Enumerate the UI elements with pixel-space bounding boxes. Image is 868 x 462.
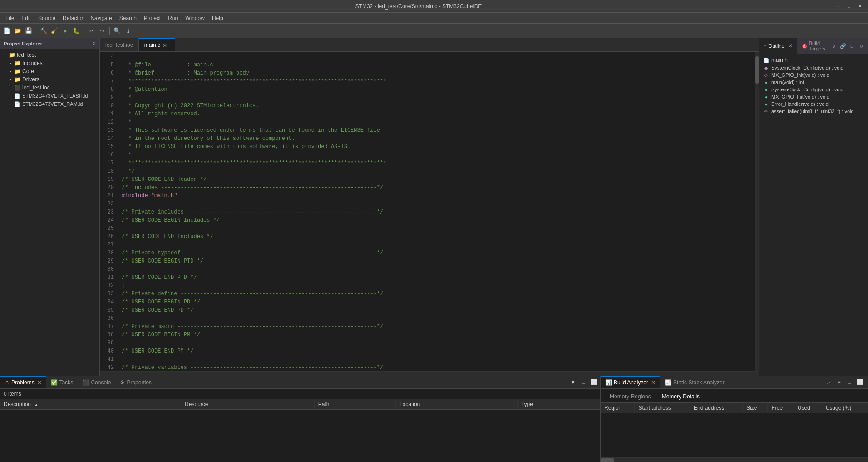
- col-resource[interactable]: Resource: [181, 399, 315, 410]
- ba-label: Build Analyzer: [614, 379, 648, 386]
- ba-maximize-btn[interactable]: ⬜: [855, 378, 864, 387]
- ba-col-start[interactable]: Start address: [635, 403, 690, 413]
- toolbar-build[interactable]: 🔨: [39, 26, 49, 36]
- filter-btn[interactable]: ▼: [568, 378, 577, 387]
- outline-close-btn[interactable]: ✕: [788, 43, 793, 49]
- minimize-button[interactable]: ─: [833, 2, 843, 11]
- menu-file[interactable]: File: [2, 14, 18, 22]
- tab-console[interactable]: ⬛ Console: [78, 376, 115, 388]
- ba-col-free[interactable]: Free: [768, 403, 794, 413]
- ba-col-usage[interactable]: Usage (%): [822, 403, 868, 413]
- toolbar-search-icon[interactable]: 🔍: [112, 26, 122, 36]
- problems-tab-bar: ⚠ Problems ✕ ✅ Tasks ⬛ Console ⚙ Propert…: [0, 376, 600, 389]
- tree-item-flash-ld[interactable]: 📄 STM32G473VETX_FLASH.ld: [0, 92, 99, 100]
- tab-led-test-ioc[interactable]: led_test.ioc: [100, 38, 139, 51]
- menu-navigate[interactable]: Navigate: [87, 14, 115, 22]
- console-label: Console: [91, 379, 111, 386]
- func-icon-2: ●: [763, 87, 769, 92]
- outline-item-systemclock-func[interactable]: ● SystemClock_Config(void) : void: [760, 86, 868, 93]
- pe-minimize-button[interactable]: □: [88, 40, 91, 47]
- tab-static-stack[interactable]: 📈 Static Stack Analyzer: [660, 376, 729, 388]
- outline-item-label: MX_GPIO_Init(void) : void: [771, 72, 829, 78]
- outline-item-systemclock-decl[interactable]: ◆ SystemClock_Config(void) : void: [760, 64, 868, 71]
- toolbar-clean[interactable]: 🧹: [49, 26, 59, 36]
- rp-refresh-btn[interactable]: ↺: [830, 42, 838, 50]
- subtab-memory-regions[interactable]: Memory Regions: [604, 392, 656, 402]
- outline-item-gpio-decl[interactable]: ◇ MX_GPIO_Init(void) : void: [760, 71, 868, 79]
- rp-collapse-btn[interactable]: ⊟: [848, 42, 856, 50]
- toolbar-debug[interactable]: 🐛: [71, 26, 81, 36]
- tab-label-main-c: main.c: [144, 42, 160, 48]
- ba-col-end[interactable]: End address: [690, 403, 742, 413]
- menu-refactor[interactable]: Refactor: [59, 14, 87, 22]
- menu-search[interactable]: Search: [116, 14, 140, 22]
- tree-item-core[interactable]: ▸ 📁 Core: [0, 67, 99, 75]
- problems-minimize-btn[interactable]: □: [579, 378, 588, 387]
- toolbar-redo[interactable]: ↪: [97, 26, 107, 36]
- outline-item-main-h[interactable]: 📄 main.h: [760, 56, 868, 64]
- tab-outline[interactable]: ≡ Outline ✕: [760, 38, 797, 54]
- code-editor[interactable]: 45678 910111213 1415161718 1920212223 24…: [100, 52, 759, 371]
- menu-run[interactable]: Run: [164, 14, 182, 22]
- menu-edit[interactable]: Edit: [18, 14, 35, 22]
- file-icon-ioc: ⬛: [14, 84, 21, 91]
- func-icon: ●: [763, 80, 769, 85]
- subtab-memory-details[interactable]: Memory Details: [656, 392, 705, 402]
- ba-col-used[interactable]: Used: [794, 403, 822, 413]
- toolbar-open[interactable]: 📂: [13, 26, 23, 36]
- editor-scrollbar-h[interactable]: [100, 371, 759, 376]
- rp-minimize-btn[interactable]: □: [866, 42, 868, 50]
- toolbar-run[interactable]: ▶: [60, 26, 70, 36]
- toolbar-undo[interactable]: ↩: [86, 26, 96, 36]
- ba-action-1[interactable]: ↗: [824, 378, 833, 387]
- outline-item-main-func[interactable]: ● main(void) : int: [760, 79, 868, 86]
- rp-link-btn[interactable]: 🔗: [839, 42, 847, 50]
- ba-action-2[interactable]: ≡: [834, 378, 843, 387]
- pe-maximize-button[interactable]: ✕: [93, 40, 96, 47]
- tree-item-led-test[interactable]: ▾ 📁 led_test: [0, 51, 99, 59]
- outline-item-assert-failed[interactable]: ✏ assert_failed(uint8_t*, uint32_t) : vo…: [760, 108, 868, 115]
- editor-scrollbar-v[interactable]: [755, 52, 759, 371]
- app-title: STM32 - led_test/Core/Src/main.c - STM32…: [4, 3, 833, 10]
- menu-source[interactable]: Source: [35, 14, 59, 22]
- tree-item-ioc[interactable]: ⬛ led_test.ioc: [0, 84, 99, 92]
- tab-build-analyzer[interactable]: 📊 Build Analyzer ✕: [601, 376, 660, 388]
- col-description[interactable]: Description ▲: [0, 399, 181, 410]
- code-content[interactable]: * @file : main.c * @brief : Main program…: [118, 52, 755, 371]
- tab-problems[interactable]: ⚠ Problems ✕: [0, 376, 46, 388]
- tree-item-ram-ld[interactable]: 📄 STM32G473VETX_RAM.ld: [0, 100, 99, 108]
- tab-properties[interactable]: ⚙ Properties: [115, 376, 156, 388]
- func-icon-4: ●: [763, 102, 769, 107]
- rp-settings-btn[interactable]: ⚙: [857, 42, 865, 50]
- tree-item-includes[interactable]: ▸ 📁 Includes: [0, 59, 99, 67]
- right-panel-header: ≡ Outline ✕ 🎯 Build Targets ↺ 🔗 ⊟ ⚙ □ ⬜: [760, 38, 868, 54]
- ba-scrollbar-h[interactable]: [601, 457, 868, 462]
- tree-item-drivers[interactable]: ▸ 📁 Drivers: [0, 75, 99, 84]
- toolbar-info-icon[interactable]: ℹ: [123, 26, 133, 36]
- col-location[interactable]: Location: [395, 399, 517, 410]
- ba-col-region[interactable]: Region: [601, 403, 635, 413]
- tree-label-led-test: led_test: [17, 52, 36, 58]
- ba-close-icon[interactable]: ✕: [651, 379, 656, 386]
- ba-minimize-btn[interactable]: □: [845, 378, 854, 387]
- toolbar-new[interactable]: 📄: [2, 26, 12, 36]
- tab-tasks[interactable]: ✅ Tasks: [46, 376, 78, 388]
- line-numbers: 45678 910111213 1415161718 1920212223 24…: [100, 52, 118, 371]
- col-type[interactable]: Type: [517, 399, 600, 410]
- outline-item-error-handler[interactable]: ● Error_Handler(void) : void: [760, 100, 868, 108]
- tab-close-main-c[interactable]: ✕: [163, 41, 167, 49]
- tasks-icon: ✅: [51, 379, 58, 386]
- ba-col-size[interactable]: Size: [742, 403, 767, 413]
- menu-project[interactable]: Project: [140, 14, 164, 22]
- outline-item-gpio-func[interactable]: ● MX_GPIO_Init(void) : void: [760, 93, 868, 100]
- tab-main-c[interactable]: main.c ✕: [139, 38, 175, 51]
- problems-close-icon[interactable]: ✕: [37, 379, 42, 386]
- problems-maximize-btn[interactable]: ⬜: [589, 378, 598, 387]
- maximize-button[interactable]: □: [844, 2, 853, 11]
- tab-build-targets[interactable]: 🎯 Build Targets: [797, 38, 830, 54]
- menu-help[interactable]: Help: [208, 14, 227, 22]
- menu-window[interactable]: Window: [182, 14, 208, 22]
- col-path[interactable]: Path: [314, 399, 395, 410]
- toolbar-save[interactable]: 💾: [24, 26, 34, 36]
- close-button[interactable]: ✕: [855, 2, 864, 11]
